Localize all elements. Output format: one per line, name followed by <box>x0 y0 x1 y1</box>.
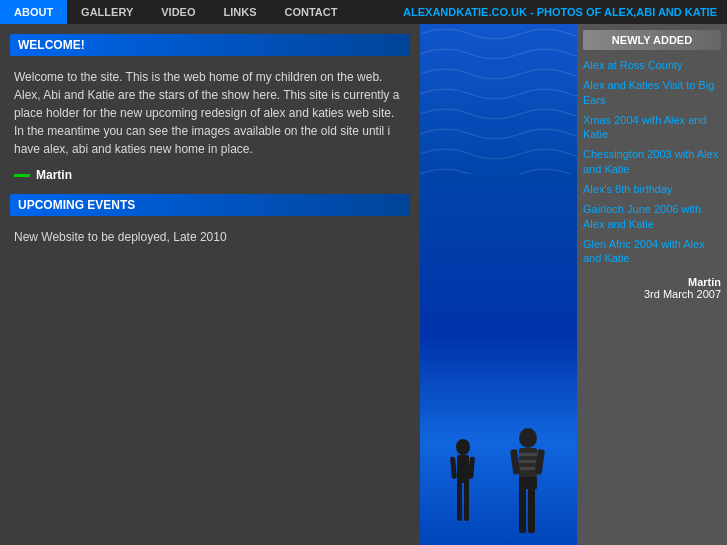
newly-added-header: NEWLY ADDED <box>583 30 721 50</box>
svg-rect-13 <box>519 488 526 533</box>
list-item[interactable]: Xmas 2004 with Alex and Katie <box>583 113 721 142</box>
list-item[interactable]: Gairloch June 2006 with Alex and Katie <box>583 202 721 231</box>
figure-left <box>441 435 486 545</box>
navbar: ABOUT GALLERY VIDEO LINKS CONTACT ALEXAN… <box>0 0 727 24</box>
svg-rect-12 <box>519 477 537 489</box>
upcoming-body: New Website to be deployed, Late 2010 <box>10 224 410 256</box>
nav-links[interactable]: LINKS <box>210 0 271 24</box>
list-item[interactable]: Chessington 2003 with Alex and Katie <box>583 147 721 176</box>
svg-rect-11 <box>519 467 537 470</box>
svg-rect-2 <box>457 455 469 483</box>
newly-added-panel: NEWLY ADDED Alex at Ross County Alex and… <box>577 24 727 545</box>
footer-author: Martin <box>583 276 721 288</box>
list-item[interactable]: Glen Afric 2004 with Alex and Katie <box>583 237 721 266</box>
welcome-body: Welcome to the site. This is the web hom… <box>10 64 410 194</box>
upcoming-text: New Website to be deployed, Late 2010 <box>14 228 406 246</box>
svg-rect-4 <box>464 481 469 521</box>
newly-added-footer: Martin 3rd March 2007 <box>583 276 721 300</box>
nav-gallery[interactable]: GALLERY <box>67 0 147 24</box>
svg-point-7 <box>519 428 537 448</box>
content-area: WELCOME! Welcome to the site. This is th… <box>0 24 420 545</box>
footer-date: 3rd March 2007 <box>583 288 721 300</box>
svg-rect-9 <box>519 453 537 456</box>
svg-rect-5 <box>450 457 457 479</box>
upcoming-header: UPCOMING EVENTS <box>10 194 410 216</box>
water-texture <box>420 24 577 174</box>
nav-contact[interactable]: CONTACT <box>271 0 352 24</box>
svg-rect-14 <box>528 488 535 533</box>
list-item[interactable]: Alex at Ross County <box>583 58 721 72</box>
svg-point-1 <box>456 439 470 455</box>
svg-rect-0 <box>420 24 577 174</box>
svg-rect-3 <box>457 481 462 521</box>
svg-rect-15 <box>510 449 520 475</box>
signature-dash-icon <box>14 174 30 177</box>
welcome-text: Welcome to the site. This is the web hom… <box>14 68 406 158</box>
nav-video[interactable]: VIDEO <box>147 0 209 24</box>
main-layout: WELCOME! Welcome to the site. This is th… <box>0 24 727 545</box>
svg-rect-6 <box>468 457 475 479</box>
signature-line: Martin <box>14 166 406 184</box>
svg-rect-10 <box>519 460 537 463</box>
figure-right <box>501 425 556 545</box>
photo-area <box>420 24 577 545</box>
list-item[interactable]: Alex and Katies Visit to Big Ears <box>583 78 721 107</box>
list-item[interactable]: Alex's 8th birthday <box>583 182 721 196</box>
nav-about[interactable]: ABOUT <box>0 0 67 24</box>
welcome-header: WELCOME! <box>10 34 410 56</box>
signature-name: Martin <box>36 166 72 184</box>
site-title: ALEXANDKATIE.CO.UK - PHOTOS OF ALEX,ABI … <box>403 6 727 18</box>
silhouette-container <box>420 425 577 545</box>
newly-added-list: Alex at Ross County Alex and Katies Visi… <box>583 58 721 266</box>
